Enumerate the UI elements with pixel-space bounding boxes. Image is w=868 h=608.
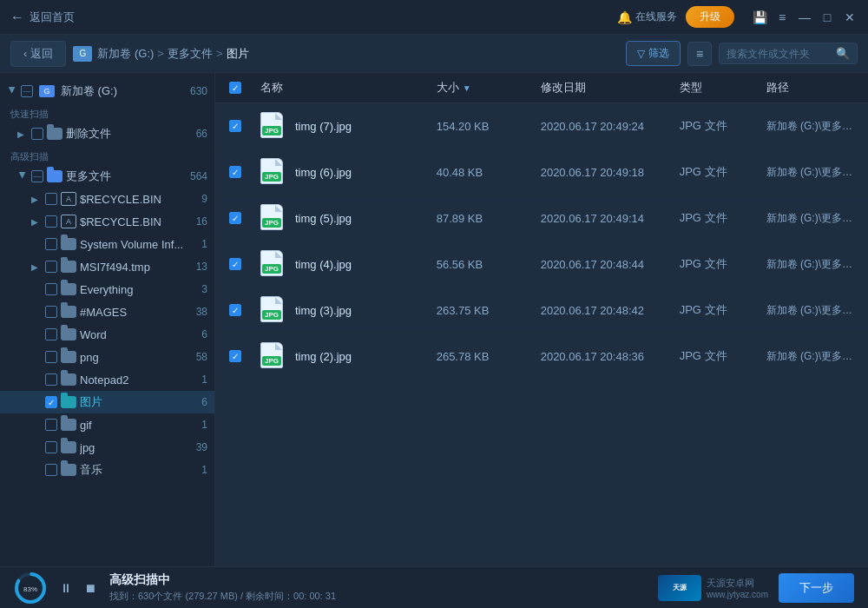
file-date-2: 2020.06.17 20:49:14 xyxy=(541,212,680,225)
row-checkbox-5[interactable] xyxy=(229,350,241,362)
expand-arrow-recycle2-icon: ▶ xyxy=(31,217,42,227)
view-toggle-button[interactable]: ≡ xyxy=(687,42,712,66)
file-size-4: 263.75 KB xyxy=(437,304,541,317)
sidebar-item-word[interactable]: Word 6 xyxy=(0,323,214,346)
row-checkbox-1[interactable] xyxy=(229,166,241,178)
breadcrumb-folder1[interactable]: 更多文件 xyxy=(168,46,213,62)
row-checkbox-4[interactable] xyxy=(229,304,241,316)
search-input[interactable] xyxy=(727,48,831,60)
section-advanced-scan: 高级扫描 xyxy=(0,145,214,165)
jpg-file-icon: JPG xyxy=(260,250,285,278)
checkbox-sysvolume[interactable] xyxy=(45,238,57,250)
header-name[interactable]: 名称 xyxy=(260,80,437,96)
header-type[interactable]: 类型 xyxy=(680,80,766,96)
menu-icon[interactable]: ≡ xyxy=(774,10,790,25)
back-home-label[interactable]: 返回首页 xyxy=(30,10,75,25)
file-path-0: 新加卷 (G:)\更多文件... xyxy=(766,119,854,134)
table-row[interactable]: JPG timg (4).jpg 56.56 KB 2020.06.17 20:… xyxy=(215,241,868,287)
section-quick-scan: 快速扫描 xyxy=(0,102,214,122)
file-size-0: 154.20 KB xyxy=(437,120,541,133)
filter-button[interactable]: ▽ 筛选 xyxy=(626,41,681,66)
maximize-icon[interactable]: □ xyxy=(819,10,835,25)
checkbox-pictures[interactable] xyxy=(45,396,57,408)
table-row[interactable]: JPG timg (7).jpg 154.20 KB 2020.06.17 20… xyxy=(215,103,868,149)
sidebar-item-png[interactable]: png 58 xyxy=(0,346,214,368)
breadcrumb-sep2: > xyxy=(216,47,223,60)
file-path-4: 新加卷 (G:)\更多文件... xyxy=(766,303,854,318)
sort-arrow-icon: ▼ xyxy=(463,83,471,93)
sidebar-item-pictures[interactable]: 图片 6 xyxy=(0,391,214,413)
close-icon[interactable]: ✕ xyxy=(842,10,858,25)
file-type-0: JPG 文件 xyxy=(680,118,766,134)
header-path[interactable]: 路径 xyxy=(766,80,854,96)
sidebar-item-music[interactable]: 音乐 1 xyxy=(0,459,214,481)
table-row[interactable]: JPG timg (2).jpg 265.78 KB 2020.06.17 20… xyxy=(215,334,868,380)
table-row[interactable]: JPG timg (6).jpg 40.48 KB 2020.06.17 20:… xyxy=(215,149,868,195)
checkbox-notepad2[interactable] xyxy=(45,373,57,386)
next-button[interactable]: 下一步 xyxy=(779,573,854,603)
online-service[interactable]: 🔔 在线服务 xyxy=(617,10,677,24)
search-icon[interactable]: 🔍 xyxy=(836,47,850,60)
label-gif: gif xyxy=(80,419,198,432)
header-checkbox[interactable] xyxy=(229,82,241,94)
checkbox-png[interactable] xyxy=(45,351,57,363)
checkbox-jpg[interactable] xyxy=(45,441,57,453)
sidebar-item-deleted[interactable]: ▶ 删除文件 66 xyxy=(0,122,214,145)
sidebar-item-everything[interactable]: Everything 3 xyxy=(0,278,214,301)
sidebar-item-recycle2[interactable]: ▶ A $RECYCLE.BIN 16 xyxy=(0,210,214,233)
back-home-arrow: ← xyxy=(10,10,24,25)
sidebar-item-recycle1[interactable]: ▶ A $RECYCLE.BIN 9 xyxy=(0,188,214,210)
header-date[interactable]: 修改日期 xyxy=(541,80,680,96)
table-row[interactable]: JPG timg (5).jpg 87.89 KB 2020.06.17 20:… xyxy=(215,195,868,241)
upgrade-button[interactable]: 升级 xyxy=(686,6,734,28)
pause-button[interactable]: ⏸ xyxy=(57,579,75,597)
row-checkbox-3[interactable] xyxy=(229,258,241,270)
checkbox-music[interactable] xyxy=(45,464,57,476)
checkbox-gif[interactable] xyxy=(45,419,57,431)
checkbox-deleted[interactable] xyxy=(31,128,43,140)
sidebar-item-notepad2[interactable]: Notepad2 1 xyxy=(0,368,214,391)
sidebar-item-drive-root[interactable]: ▶ G 新加卷 (G:) 630 xyxy=(0,80,214,102)
drive-icon: G xyxy=(73,46,92,62)
save-icon[interactable]: 💾 xyxy=(752,10,767,25)
checkbox-drive-root[interactable] xyxy=(21,85,33,97)
checkbox-recycle1[interactable] xyxy=(45,193,57,205)
file-size-5: 265.78 KB xyxy=(437,350,541,363)
header-check[interactable] xyxy=(229,82,260,94)
folder-jpg-icon xyxy=(61,441,76,453)
checkbox-word[interactable] xyxy=(45,328,57,340)
stop-button[interactable]: ⏹ xyxy=(82,579,99,597)
nav-bar-right: ▽ 筛选 ≡ 🔍 xyxy=(626,41,858,66)
watermark-logo: 天源 xyxy=(658,575,701,601)
checkbox-mages[interactable] xyxy=(45,306,57,318)
title-bar: ← 返回首页 🔔 在线服务 升级 💾 ≡ — □ ✕ xyxy=(0,0,868,35)
row-checkbox-0[interactable] xyxy=(229,120,241,132)
sidebar-item-gif[interactable]: gif 1 xyxy=(0,413,214,436)
expand-arrow-icon: ▶ xyxy=(8,86,17,96)
file-path-5: 新加卷 (G:)\更多文件... xyxy=(766,349,854,364)
label-png: png xyxy=(80,351,193,364)
sidebar-item-msitmp[interactable]: ▶ MSI7f494.tmp 13 xyxy=(0,255,214,278)
scan-detail: 找到：630个文件 (279.27 MB) / 剩余时间：00: 00: 31 xyxy=(109,590,648,603)
count-everything: 3 xyxy=(201,283,207,295)
sidebar-item-more-files[interactable]: ▶ 更多文件 564 xyxy=(0,165,214,188)
status-bar: 83% ⏸ ⏹ 高级扫描中 找到：630个文件 (279.27 MB) / 剩余… xyxy=(0,566,868,608)
sidebar-item-jpg[interactable]: jpg 39 xyxy=(0,436,214,459)
row-checkbox-2[interactable] xyxy=(229,212,241,224)
checkbox-recycle2[interactable] xyxy=(45,215,57,228)
minimize-icon[interactable]: — xyxy=(797,10,812,25)
count-word: 6 xyxy=(201,328,207,340)
table-row[interactable]: JPG timg (3).jpg 263.75 KB 2020.06.17 20… xyxy=(215,287,868,334)
header-size[interactable]: 大小 ▼ xyxy=(437,80,541,96)
count-drive-root: 630 xyxy=(190,85,207,97)
sidebar-item-mages[interactable]: #MAGES 38 xyxy=(0,301,214,323)
sidebar-item-sysvolume[interactable]: System Volume Inf... 1 xyxy=(0,233,214,255)
file-table-header: 名称 大小 ▼ 修改日期 类型 路径 xyxy=(215,73,868,103)
breadcrumb-drive[interactable]: 新加卷 (G:) xyxy=(97,46,154,62)
back-button[interactable]: ‹ 返回 xyxy=(10,41,66,67)
checkbox-more-files[interactable] xyxy=(31,170,43,182)
label-pictures: 图片 xyxy=(80,394,198,410)
checkbox-everything[interactable] xyxy=(45,283,57,295)
checkbox-msitmp[interactable] xyxy=(45,261,57,273)
search-box[interactable]: 🔍 xyxy=(719,43,858,64)
